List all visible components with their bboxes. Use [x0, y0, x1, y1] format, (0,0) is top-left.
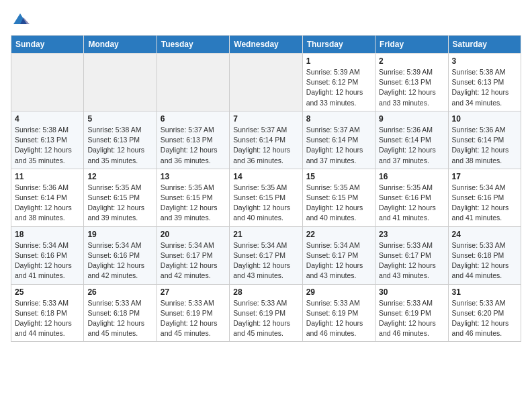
calendar-cell: 22Sunrise: 5:34 AMSunset: 6:17 PMDayligh…: [302, 226, 375, 284]
calendar-cell: 12Sunrise: 5:35 AMSunset: 6:15 PMDayligh…: [84, 169, 157, 226]
calendar-week-row: 11Sunrise: 5:36 AMSunset: 6:14 PMDayligh…: [11, 169, 521, 226]
day-info: Sunrise: 5:35 AMSunset: 6:15 PMDaylight:…: [87, 183, 152, 224]
day-info: Sunrise: 5:34 AMSunset: 6:16 PMDaylight:…: [452, 183, 517, 224]
day-number: 7: [233, 114, 298, 124]
calendar-cell: 1Sunrise: 5:39 AMSunset: 6:12 PMDaylight…: [302, 54, 375, 111]
calendar-cell: [11, 54, 84, 111]
day-info: Sunrise: 5:35 AMSunset: 6:15 PMDaylight:…: [161, 183, 226, 224]
day-info: Sunrise: 5:39 AMSunset: 6:13 PMDaylight:…: [379, 67, 444, 108]
day-number: 16: [379, 172, 444, 181]
calendar-cell: 19Sunrise: 5:34 AMSunset: 6:16 PMDayligh…: [84, 226, 157, 284]
day-number: 21: [233, 230, 298, 239]
day-info: Sunrise: 5:34 AMSunset: 6:16 PMDaylight:…: [87, 240, 152, 281]
calendar-cell: 4Sunrise: 5:38 AMSunset: 6:13 PMDaylight…: [11, 111, 84, 169]
calendar-week-row: 1Sunrise: 5:39 AMSunset: 6:12 PMDaylight…: [11, 54, 521, 111]
day-number: 23: [379, 230, 444, 239]
weekday-header: Wednesday: [230, 36, 302, 54]
day-number: 6: [161, 114, 226, 124]
day-info: Sunrise: 5:38 AMSunset: 6:13 PMDaylight:…: [452, 67, 517, 108]
day-number: 31: [452, 287, 517, 297]
calendar-cell: [157, 54, 229, 111]
calendar-cell: 14Sunrise: 5:35 AMSunset: 6:15 PMDayligh…: [230, 169, 302, 226]
calendar-cell: 13Sunrise: 5:35 AMSunset: 6:15 PMDayligh…: [157, 169, 229, 226]
day-number: 13: [161, 172, 226, 181]
day-info: Sunrise: 5:37 AMSunset: 6:14 PMDaylight:…: [233, 125, 298, 166]
day-number: 9: [379, 114, 444, 124]
day-info: Sunrise: 5:34 AMSunset: 6:17 PMDaylight:…: [233, 240, 298, 281]
weekday-header: Tuesday: [157, 36, 229, 54]
calendar-cell: 18Sunrise: 5:34 AMSunset: 6:16 PMDayligh…: [11, 226, 84, 284]
calendar-cell: 3Sunrise: 5:38 AMSunset: 6:13 PMDaylight…: [448, 54, 521, 111]
day-info: Sunrise: 5:33 AMSunset: 6:18 PMDaylight:…: [452, 240, 517, 281]
weekday-header: Sunday: [11, 36, 84, 54]
calendar-week-row: 4Sunrise: 5:38 AMSunset: 6:13 PMDaylight…: [11, 111, 521, 169]
weekday-header: Friday: [375, 36, 448, 54]
day-number: 24: [452, 230, 517, 239]
day-number: 8: [306, 114, 371, 124]
day-number: 4: [15, 114, 80, 124]
calendar-cell: 20Sunrise: 5:34 AMSunset: 6:17 PMDayligh…: [157, 226, 229, 284]
day-info: Sunrise: 5:36 AMSunset: 6:14 PMDaylight:…: [15, 183, 80, 224]
day-info: Sunrise: 5:34 AMSunset: 6:17 PMDaylight:…: [306, 240, 371, 281]
day-number: 26: [87, 287, 152, 297]
calendar-cell: 16Sunrise: 5:35 AMSunset: 6:16 PMDayligh…: [375, 169, 448, 226]
day-number: 14: [233, 172, 298, 181]
day-info: Sunrise: 5:34 AMSunset: 6:17 PMDaylight:…: [161, 240, 226, 281]
day-info: Sunrise: 5:33 AMSunset: 6:19 PMDaylight:…: [233, 298, 298, 339]
day-info: Sunrise: 5:33 AMSunset: 6:19 PMDaylight:…: [306, 298, 371, 339]
day-info: Sunrise: 5:38 AMSunset: 6:13 PMDaylight:…: [15, 125, 80, 166]
day-number: 20: [161, 230, 226, 239]
day-info: Sunrise: 5:33 AMSunset: 6:17 PMDaylight:…: [379, 240, 444, 281]
day-number: 2: [379, 56, 444, 66]
day-info: Sunrise: 5:35 AMSunset: 6:15 PMDaylight:…: [306, 183, 371, 224]
calendar-week-row: 25Sunrise: 5:33 AMSunset: 6:18 PMDayligh…: [11, 284, 521, 342]
calendar-cell: 8Sunrise: 5:37 AMSunset: 6:14 PMDaylight…: [302, 111, 375, 169]
day-number: 30: [379, 287, 444, 297]
day-info: Sunrise: 5:35 AMSunset: 6:16 PMDaylight:…: [379, 183, 444, 224]
calendar-cell: 25Sunrise: 5:33 AMSunset: 6:18 PMDayligh…: [11, 284, 84, 342]
logo: [11, 11, 31, 30]
calendar-cell: 21Sunrise: 5:34 AMSunset: 6:17 PMDayligh…: [230, 226, 302, 284]
calendar-cell: 26Sunrise: 5:33 AMSunset: 6:18 PMDayligh…: [84, 284, 157, 342]
calendar-cell: 11Sunrise: 5:36 AMSunset: 6:14 PMDayligh…: [11, 169, 84, 226]
calendar-cell: 31Sunrise: 5:33 AMSunset: 6:20 PMDayligh…: [448, 284, 521, 342]
day-info: Sunrise: 5:33 AMSunset: 6:18 PMDaylight:…: [87, 298, 152, 339]
weekday-header: Thursday: [302, 36, 375, 54]
day-info: Sunrise: 5:39 AMSunset: 6:12 PMDaylight:…: [306, 67, 371, 108]
calendar-table: SundayMondayTuesdayWednesdayThursdayFrid…: [11, 35, 521, 342]
day-info: Sunrise: 5:33 AMSunset: 6:18 PMDaylight:…: [15, 298, 80, 339]
day-info: Sunrise: 5:36 AMSunset: 6:14 PMDaylight:…: [379, 125, 444, 166]
calendar-cell: 15Sunrise: 5:35 AMSunset: 6:15 PMDayligh…: [302, 169, 375, 226]
day-number: 22: [306, 230, 371, 239]
calendar-cell: 23Sunrise: 5:33 AMSunset: 6:17 PMDayligh…: [375, 226, 448, 284]
weekday-header: Saturday: [448, 36, 521, 54]
day-info: Sunrise: 5:33 AMSunset: 6:20 PMDaylight:…: [452, 298, 517, 339]
day-number: 19: [87, 230, 152, 239]
day-number: 18: [15, 230, 80, 239]
calendar-cell: 27Sunrise: 5:33 AMSunset: 6:19 PMDayligh…: [157, 284, 229, 342]
calendar-cell: 29Sunrise: 5:33 AMSunset: 6:19 PMDayligh…: [302, 284, 375, 342]
calendar-cell: [230, 54, 302, 111]
day-number: 28: [233, 287, 298, 297]
calendar-cell: 17Sunrise: 5:34 AMSunset: 6:16 PMDayligh…: [448, 169, 521, 226]
day-number: 3: [452, 56, 517, 66]
day-number: 1: [306, 56, 371, 66]
day-number: 15: [306, 172, 371, 181]
calendar-cell: 7Sunrise: 5:37 AMSunset: 6:14 PMDaylight…: [230, 111, 302, 169]
calendar-cell: 24Sunrise: 5:33 AMSunset: 6:18 PMDayligh…: [448, 226, 521, 284]
day-number: 17: [452, 172, 517, 181]
day-number: 25: [15, 287, 80, 297]
day-number: 27: [161, 287, 226, 297]
calendar-cell: 5Sunrise: 5:38 AMSunset: 6:13 PMDaylight…: [84, 111, 157, 169]
day-number: 29: [306, 287, 371, 297]
calendar-cell: 10Sunrise: 5:36 AMSunset: 6:14 PMDayligh…: [448, 111, 521, 169]
logo-icon: [11, 11, 30, 30]
day-info: Sunrise: 5:38 AMSunset: 6:13 PMDaylight:…: [87, 125, 152, 166]
calendar-cell: [84, 54, 157, 111]
calendar-cell: 6Sunrise: 5:37 AMSunset: 6:13 PMDaylight…: [157, 111, 229, 169]
calendar-cell: 2Sunrise: 5:39 AMSunset: 6:13 PMDaylight…: [375, 54, 448, 111]
calendar-cell: 9Sunrise: 5:36 AMSunset: 6:14 PMDaylight…: [375, 111, 448, 169]
page-header: [11, 11, 521, 30]
day-number: 10: [452, 114, 517, 124]
calendar-week-row: 18Sunrise: 5:34 AMSunset: 6:16 PMDayligh…: [11, 226, 521, 284]
